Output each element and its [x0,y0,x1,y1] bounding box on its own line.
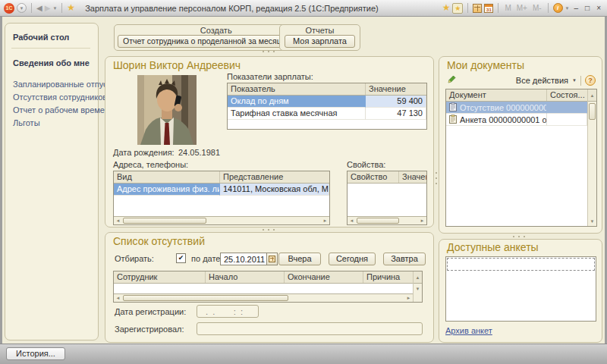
close-button[interactable]: × [594,3,603,14]
employee-photo [137,75,197,145]
tomorrow-button[interactable]: Завтра [383,253,426,265]
title-bar: 1С ▼ ◀ ▶ ▼ ★ Зарплата и управление персо… [0,0,607,17]
column-header[interactable]: Значение [366,83,426,95]
today-button[interactable]: Сегодня [329,253,376,265]
yesterday-button[interactable]: Вчера [278,253,321,265]
birth-date-value: 24.05.1981 [178,148,220,157]
table-row[interactable]: Отсутствие 00000000001 ... [446,102,596,114]
filter-label: Отбирать: [115,254,154,263]
column-header[interactable]: Сотрудник [114,271,206,283]
column-header[interactable]: Начало [206,271,285,283]
forward-button[interactable]: ▶ [45,3,51,13]
splitter-handle[interactable] [513,236,525,237]
main-menu-button[interactable]: ▼ [17,3,27,13]
maximize-button[interactable]: □ [583,3,592,14]
archive-link[interactable]: Архив анкет [445,326,492,335]
info-icon[interactable]: i [553,3,563,13]
scroll-left-icon: ◄ [114,294,122,302]
table-row[interactable]: Оклад по дням 59 400 [228,96,426,108]
add-favorite-icon[interactable]: ★ [442,3,451,13]
divider [548,3,549,13]
show-favorites-icon[interactable]: ★ [452,3,463,14]
sidebar-item-about-me[interactable]: Сведения обо мне [13,58,90,67]
scrollbar-thumb[interactable] [589,103,596,120]
minimize-button[interactable]: – [572,3,581,14]
sidebar-link-planned-vacations[interactable]: Запланированные отпуска [13,78,116,91]
divider [11,48,90,49]
column-header[interactable]: Состоя... [547,89,587,101]
column-header[interactable]: Показатель [228,83,366,95]
questionnaires-list[interactable] [445,256,596,322]
filter-checkbox[interactable]: ✔ [176,253,186,263]
help-icon[interactable]: ? [585,75,596,86]
divider [467,3,468,13]
date-input[interactable]: 25.10.2011 [220,253,267,265]
documents-table: Документ Состоя... Отсутствие 0000000000… [445,89,597,227]
scroll-left-icon: ◄ [114,217,122,224]
history-button[interactable]: История... [6,347,65,360]
document-icon [449,115,457,125]
column-header[interactable]: Представление [220,171,329,183]
calendar-icon[interactable]: 31 [484,4,493,13]
memory-mminus-button[interactable]: M- [531,4,543,12]
empty-list-item[interactable] [447,258,595,271]
my-salary-button[interactable]: Моя зарплата [285,35,355,48]
back-button[interactable]: ◀ [36,3,42,13]
addresses-label: Адреса, телефоны: [113,160,188,169]
all-actions-dropdown-icon[interactable]: ▼ [572,78,577,83]
horizontal-scrollbar[interactable]: ◄ ► [348,216,426,224]
questionnaires-title: Доступные анкеты [447,241,539,253]
date-picker-grid-icon [269,256,275,262]
employee-name: Шорин Виктор Андреевич [113,59,241,71]
scroll-down-icon: ▼ [414,284,422,293]
column-header[interactable]: Свойство [348,171,399,183]
column-header[interactable]: Значен... [399,171,426,183]
memory-m-button[interactable]: M [503,4,512,12]
info-dropdown-icon[interactable]: ▼ [565,6,570,11]
column-header[interactable]: Вид [114,171,220,183]
divider [498,3,498,13]
column-header[interactable]: Причина [363,271,413,283]
date-picker-button[interactable] [267,253,278,265]
addresses-table: Вид Представление Адрес проживания физ. … [113,171,330,225]
table-row[interactable]: Адрес проживания физ. лица 141011, Моско… [114,184,329,196]
horizontal-scrollbar[interactable]: ◄ ► [114,293,413,302]
vertical-splitter-handle[interactable] [436,172,437,184]
reports-group-label: Отчеты [285,26,355,35]
splitter-handle[interactable] [263,51,275,52]
window-title: Зарплата и управление персоналом КОРП, р… [85,4,440,13]
edit-icon[interactable] [447,74,457,86]
scroll-right-icon: ► [418,217,426,224]
by-date-label: по дате: [191,254,223,263]
sidebar-link-benefits[interactable]: Льготы [13,117,116,130]
favorites-star-icon[interactable]: ★ [67,3,75,13]
sidebar-link-employee-absences[interactable]: Отсутствия сотрудников [13,91,116,104]
scroll-up-icon: ▲ [414,271,422,284]
vertical-scrollbar[interactable]: ▲ ▼ [413,271,422,302]
vertical-scrollbar[interactable]: ▲ ▼ [587,89,596,226]
splitter-handle[interactable] [263,229,275,231]
table-row[interactable]: Тарифная ставка месячная 47 130 [228,108,426,120]
absences-panel: Список отсутствий Отбирать: ✔ по дате: 2… [105,232,434,343]
app-window: 1С ▼ ◀ ▶ ▼ ★ Зарплата и управление персо… [0,0,607,364]
memory-mplus-button[interactable]: M+ [515,4,529,12]
registered-by-field[interactable] [197,322,423,335]
registration-date-label: Дата регистрации: [115,307,186,316]
scroll-down-icon: ▼ [588,217,596,226]
history-dropdown-icon[interactable]: ▼ [52,6,57,11]
scroll-up-icon: ▲ [588,89,596,102]
salary-indicators-label: Показатели зарплаты: [227,72,313,81]
calculator-icon[interactable] [473,4,482,13]
horizontal-scrollbar[interactable]: ◄ ► [114,216,329,224]
1c-logo-icon: 1С [4,3,14,14]
sidebar-link-worktime-report[interactable]: Отчет о рабочем времени [13,104,116,117]
sidebar-item-desktop[interactable]: Рабочий стол [13,33,69,42]
my-documents-title: Мои документы [447,59,524,71]
reports-group: Отчеты Моя зарплата [279,24,360,51]
desktop-area: Рабочий стол Сведения обо мне Запланиров… [2,17,605,344]
all-actions-button[interactable]: Все действия [516,76,568,85]
table-row[interactable]: Анкета 00000000001 от 2... [446,114,596,126]
column-header[interactable]: Окончание [285,271,363,283]
registration-date-field[interactable]: . . : : [197,305,259,318]
column-header[interactable]: Документ [446,89,547,101]
